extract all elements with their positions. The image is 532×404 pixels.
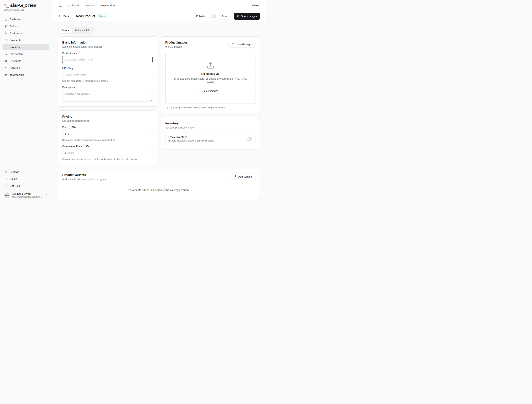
back-label: Back: [63, 15, 69, 18]
header-actions: Published Reset Save changes: [196, 13, 260, 20]
sidebar-item-site-content[interactable]: Site content: [2, 51, 49, 57]
product-variants-card: Product Variants Add variants like sizes…: [58, 169, 260, 200]
tab-basics[interactable]: Basics: [58, 27, 72, 33]
logo: >_ simple_press: [2, 3, 49, 7]
price-help: Base price in USD (variant prices can ov…: [62, 139, 153, 141]
published-label: Published: [196, 15, 207, 18]
label-text: Compare At Price (USD): [62, 145, 90, 148]
star-icon: [5, 74, 7, 76]
sidebar-item-galleries[interactable]: Galleries: [2, 65, 49, 71]
user-name: Business Owner: [12, 193, 43, 196]
sidebar-item-label: Dashboard: [10, 18, 22, 21]
image-count: 0 of 10 images: [165, 45, 188, 48]
image-icon: [5, 67, 7, 69]
label-text: Description: [62, 86, 75, 89]
price-input[interactable]: [68, 132, 150, 135]
variants-card-header: Product Variants Add variants like sizes…: [62, 173, 256, 181]
save-changes-label: Save changes: [241, 15, 257, 18]
sidebar-item-emails[interactable]: Emails: [2, 176, 49, 182]
pricing-card: Pricing Set your product pricing Price (…: [58, 110, 157, 165]
back-button[interactable]: Back: [58, 13, 70, 19]
compare-price-label: Compare At Price (USD): [62, 145, 153, 148]
sidebar-item-products[interactable]: Products: [2, 44, 49, 50]
card-title: Product Variants: [62, 173, 106, 177]
right-column: Product Images 0 of 10 images Upload ima…: [161, 36, 260, 149]
sidebar-item-settings[interactable]: Settings: [2, 169, 49, 175]
sidebar-item-customers[interactable]: Customers: [2, 30, 49, 36]
user-menu[interactable]: BU Business Owner zairesvisions@artisana…: [2, 191, 49, 200]
gauge-icon: [5, 18, 7, 21]
sidebar-item-label: Galleries: [10, 67, 20, 69]
track-inventory-subtitle: Enable inventory tracking for this produ…: [168, 139, 214, 142]
github-link[interactable]: GitHub: [252, 4, 260, 7]
dollar-sign: $: [65, 132, 66, 135]
sidebar-toggle-button[interactable]: [58, 2, 63, 8]
panel-left-icon: [59, 4, 62, 7]
page-content: Basics Additional Info Basic Information…: [52, 21, 266, 202]
users-icon: [5, 32, 7, 35]
sidebar-item-label: Products: [10, 46, 20, 49]
dropzone-subtitle: Drag and drop images here, or click to s…: [173, 77, 248, 84]
save-icon: [237, 14, 240, 18]
package-icon: [5, 46, 7, 49]
sidebar-item-testimonials[interactable]: Testimonials: [2, 72, 49, 78]
product-name-field: Product Name *: [62, 52, 153, 63]
tabs: Basics Additional Info: [58, 27, 94, 34]
breadcrumb-products[interactable]: Products: [85, 4, 95, 7]
tab-additional-info[interactable]: Additional Info: [72, 27, 93, 33]
basic-information-card: Basic Information Essential details abou…: [58, 36, 157, 107]
sidebar-item-payments[interactable]: Payments: [2, 37, 49, 43]
breadcrumb-dashboard[interactable]: Dashboard: [66, 4, 79, 7]
sidebar-item-dashboard[interactable]: Dashboard: [2, 16, 49, 22]
track-inventory-toggle[interactable]: [246, 137, 252, 141]
dollar-sign: $: [65, 151, 66, 154]
image-dropzone[interactable]: No images yet Drag and drop images here,…: [165, 52, 256, 104]
sidebar-item-orders[interactable]: Orders: [2, 23, 49, 29]
sidebar-item-label: Settings: [10, 170, 19, 173]
select-images-button[interactable]: Select images: [199, 88, 221, 94]
shopping-cart-icon: [5, 25, 7, 28]
card-title: Inventory: [165, 122, 256, 125]
arrow-left-icon: [58, 14, 62, 18]
reset-button[interactable]: Reset: [219, 13, 231, 19]
required-asterisk: *: [74, 67, 74, 69]
upload-images-button[interactable]: Upload images: [229, 41, 256, 47]
variants-empty-state: No variants added. This product has a si…: [62, 181, 256, 196]
left-column: Basic Information Essential details abou…: [58, 36, 157, 165]
track-inventory-box: Track Inventory Enable inventory trackin…: [165, 133, 256, 145]
compare-price-input[interactable]: [68, 151, 150, 154]
product-name-label: Product Name *: [62, 52, 153, 55]
track-inventory-texts: Track Inventory Enable inventory trackin…: [168, 135, 214, 142]
published-toggle[interactable]: [210, 14, 216, 18]
add-variants-button[interactable]: Add Variants: [231, 173, 256, 180]
user-meta: Business Owner zairesvisions@artisanalfu…: [12, 193, 43, 198]
sidebar-item-get-help[interactable]: Get Help: [2, 183, 49, 189]
sidebar-item-label: Get Help: [10, 184, 20, 187]
card-subtitle: Set your product pricing: [62, 119, 153, 122]
compare-price-field: Compare At Price (USD) $ Original price …: [62, 145, 153, 160]
card-title: Basic Information: [62, 41, 153, 44]
chevrons-up-down-icon: [45, 194, 48, 197]
chevron-right-icon: [81, 4, 83, 7]
app-root: >_ simple_press Zaires Visions LLC Dashb…: [0, 0, 266, 202]
description-field: Description: [62, 86, 153, 102]
languages-icon: [5, 53, 7, 56]
topbar: Dashboard Products New Product GitHub: [52, 0, 266, 11]
upload-images-label: Upload images: [236, 43, 252, 46]
sidebar-item-discounts[interactable]: Discounts: [2, 58, 49, 64]
url-slug-input[interactable]: [62, 71, 153, 78]
save-changes-button[interactable]: Save changes: [234, 13, 260, 20]
card-title: Product Images: [165, 41, 188, 44]
plus-icon: [234, 175, 237, 178]
description-textarea[interactable]: [62, 90, 153, 101]
sidebar-nav: Dashboard Orders Customers Payments Prod…: [2, 16, 49, 78]
url-slug-label: URL Slug *: [62, 67, 153, 69]
product-name-input[interactable]: [62, 56, 153, 63]
company-name: Zaires Visions LLC: [2, 7, 49, 11]
card-subtitle: Set your product inventory: [165, 126, 256, 129]
card-subtitle: Essential details about your product: [62, 45, 153, 48]
variants-card-titles: Product Variants Add variants like sizes…: [62, 173, 106, 181]
url-slug-help: Used in product URL: /products/your-prod…: [62, 80, 153, 82]
url-slug-field: URL Slug * Used in product URL: /product…: [62, 67, 153, 82]
price-field: Price (USD) $ Base price in USD (variant…: [62, 126, 153, 141]
